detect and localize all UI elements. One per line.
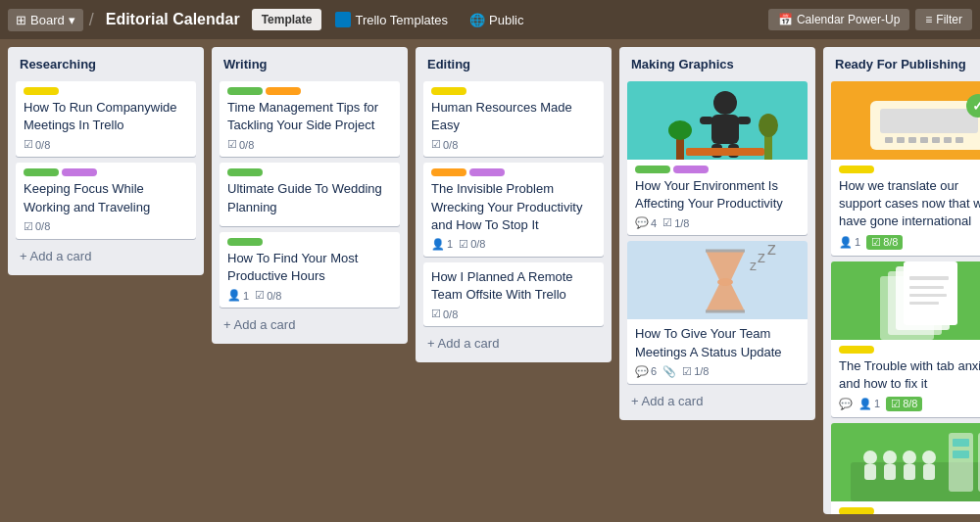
svg-point-43 [863,451,877,464]
page-title: Editorial Calendar [100,11,246,28]
card-8[interactable]: How I Planned A Remote Team Offsite With… [423,262,604,326]
card-8-title: How I Planned A Remote Team Offsite With… [431,268,596,304]
add-card-making-graphics[interactable]: + Add a card [627,390,808,412]
card-2-title: Keeping Focus While Working and Travelin… [24,180,188,215]
add-card-editing[interactable]: + Add a card [423,332,604,355]
card-10[interactable]: z z z How To Give Your Team Meetings A S… [627,241,808,383]
card-10-title: How To Give Your Team Meetings A Status … [635,325,800,360]
template-button[interactable]: Template [252,9,322,30]
card-5-footer: 👤 1 ☑ 0/8 [227,289,392,302]
card-9-checklist: ☑ 1/8 [662,216,689,229]
label-purple-9 [673,166,709,173]
add-card-writing[interactable]: + Add a card [220,313,400,336]
public-button[interactable]: 🌐 Public [462,9,531,31]
card-8-checklist: ☑ 0/8 [431,308,458,320]
svg-rect-40 [909,302,939,305]
card-3-footer: ☑ 0/8 [227,138,392,151]
svg-rect-36 [904,261,957,325]
label-green-9 [635,166,670,173]
label-yellow-12 [839,346,874,354]
list-title-editing: Editing [423,55,604,73]
list-title-making-graphics: Making Graphics [627,55,808,73]
card-11[interactable]: ✓ How we translate our support cases now… [831,81,980,256]
card-3-labels [227,87,392,95]
add-card-researching[interactable]: + Add a card [16,245,196,267]
card-12-cover [831,261,980,340]
card-3-title: Time Management Tips for Tackling Your S… [227,99,392,134]
svg-rect-50 [923,464,935,480]
svg-rect-24 [897,137,905,143]
svg-rect-39 [909,294,947,297]
svg-text:z: z [750,258,757,273]
card-3[interactable]: Time Management Tips for Tackling Your S… [220,81,400,157]
card-10-checklist: ☑ 1/8 [682,365,709,378]
filter-button[interactable]: ≡ Filter [915,9,972,30]
calendar-power-up-button[interactable]: 📅 Calendar Power-Up [768,9,909,30]
board-chevron-icon: ▾ [69,13,75,27]
public-label: Public [489,13,523,27]
card-12[interactable]: The Trouble with tab anxiety, and how to… [831,261,980,417]
checklist-icon-2: ☑ [24,220,33,233]
card-7-avatar: 👤 1 [431,238,453,251]
card-9-cover [627,81,808,160]
card-2-checklist: ☑ 0/8 [24,220,50,233]
svg-rect-27 [932,137,940,143]
label-purple [62,168,97,176]
card-5-title: How To Find Your Most Productive Hours [227,250,392,285]
trello-templates-label: Trello Templates [355,13,448,27]
card-13[interactable]: How To Get To Inbox Zero [831,423,980,514]
list-writing: Writing Time Management Tips for Tacklin… [212,47,408,344]
svg-rect-22 [880,109,978,133]
card-1-labels [24,87,188,95]
card-12-footer: 💬 👤 1 ☑ 8/8 [839,397,980,411]
list-editing: Editing Human Resources Made Easy ☑ 0/8 … [416,47,612,362]
svg-text:✓: ✓ [972,98,980,114]
card-2-footer: ☑ 0/8 [24,220,188,233]
card-10-comments: 💬 6 [635,365,657,378]
list-making-graphics: Making Graphics [619,47,815,420]
svg-point-49 [922,451,936,464]
card-10-attach: 📎 [662,365,676,378]
svg-point-8 [759,114,778,137]
label-purple-7 [469,168,505,176]
header-separator: / [89,10,94,30]
card-6[interactable]: Human Resources Made Easy ☑ 0/8 [423,81,604,157]
card-1[interactable]: How To Run Companywide Meetings In Trell… [16,81,196,157]
card-5-labels [227,238,392,246]
label-orange-3 [266,87,301,95]
card-6-title: Human Resources Made Easy [431,99,596,134]
label-green-3 [227,87,263,95]
card-1-footer: ☑ 0/8 [24,138,188,151]
card-5[interactable]: How To Find Your Most Productive Hours 👤… [220,232,400,308]
card-9-title: How Your Environment Is Affecting Your P… [635,177,800,213]
card-7-title: The Invisible Problem Wrecking Your Prod… [431,180,596,234]
calendar-icon: 📅 [778,13,793,26]
globe-icon: 🌐 [469,13,485,27]
svg-rect-3 [700,117,713,124]
card-10-footer: 💬 6 📎 ☑ 1/8 [635,365,800,378]
card-8-footer: ☑ 0/8 [431,308,596,320]
svg-rect-2 [711,115,739,144]
filter-icon: ≡ [925,13,932,26]
svg-rect-4 [737,117,751,124]
list-ready-publishing: Ready For Publishing [823,47,980,514]
svg-text:z: z [767,241,776,259]
card-9-labels [635,166,800,173]
card-9[interactable]: How Your Environment Is Affecting Your P… [627,81,808,235]
checklist-icon: ☑ [24,138,33,151]
svg-rect-44 [864,464,876,480]
card-2[interactable]: Keeping Focus While Working and Travelin… [16,163,196,238]
card-4-labels [227,168,392,176]
card-11-footer: 👤 1 ☑ 8/8 [839,235,980,250]
board-icon: ⊞ [16,13,26,27]
header-right: 📅 Calendar Power-Up ≡ Filter [768,9,972,30]
card-4[interactable]: Ultimate Guide To Wedding Planning [220,163,400,225]
card-7-labels [431,168,596,176]
trello-icon [335,12,351,27]
board-button[interactable]: ⊞ Board ▾ [8,9,83,31]
card-6-footer: ☑ 0/8 [431,138,596,151]
card-7-footer: 👤 1 ☑ 0/8 [431,238,596,251]
label-yellow [24,87,59,95]
card-7[interactable]: The Invisible Problem Wrecking Your Prod… [423,163,604,257]
trello-templates-button[interactable]: Trello Templates [327,8,456,31]
